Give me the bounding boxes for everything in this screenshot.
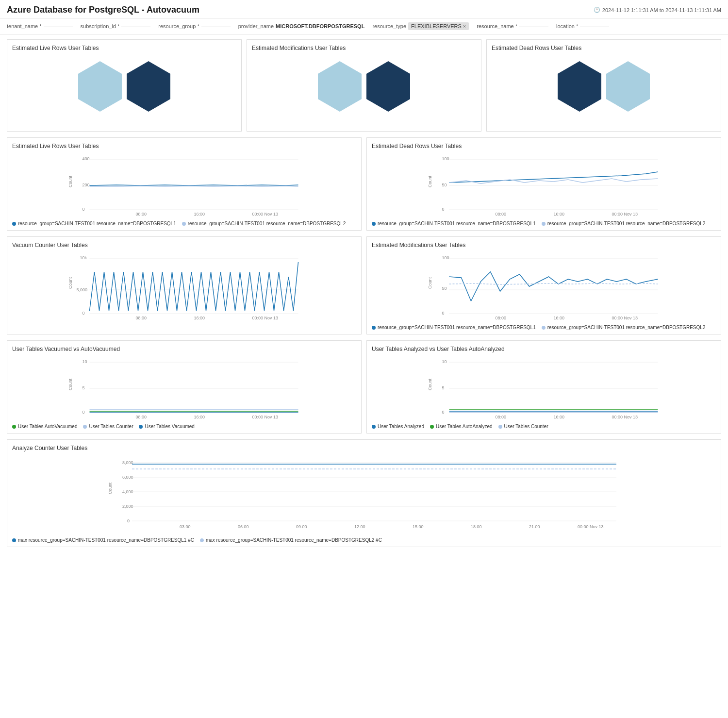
dead-rows-svg: 100 50 0 Count 08:00 16:00 00:00 Nov 13 <box>372 153 716 217</box>
analyze-counter-svg: 8,000 6,000 4,000 2,000 0 Count 03:00 06… <box>12 455 716 533</box>
svg-text:16:00: 16:00 <box>554 415 565 419</box>
chart-row-4: User Tables Vacuumed vs AutoVacuumed 10 … <box>7 340 721 434</box>
svg-text:0: 0 <box>127 518 130 523</box>
legend-dot <box>182 222 186 226</box>
analyzed-svg: 10 5 0 Count 08:00 16:00 00:00 Nov 13 <box>372 356 716 419</box>
dead-rows-legend: resource_group=SACHIN-TEST001 resource_n… <box>372 221 716 226</box>
close-icon[interactable]: × <box>463 23 466 29</box>
legend-dot <box>12 538 16 542</box>
svg-text:0: 0 <box>442 207 445 212</box>
svg-text:00:00 Nov 13: 00:00 Nov 13 <box>612 212 638 217</box>
legend-dot <box>372 425 376 429</box>
svg-text:0: 0 <box>442 311 445 316</box>
hex-shape-3a <box>558 61 601 112</box>
chart-live-rows: Estimated Live Rows User Tables 400 200 … <box>7 137 362 231</box>
svg-text:16:00: 16:00 <box>554 316 565 320</box>
svg-text:50: 50 <box>442 286 447 291</box>
svg-text:400: 400 <box>83 156 90 161</box>
chart-analyzed-vs-autoanalyzed: User Tables Analyzed vs User Tables Auto… <box>366 340 721 434</box>
svg-text:16:00: 16:00 <box>554 212 565 217</box>
legend-dot <box>372 326 376 330</box>
hex-shape-1a <box>78 61 122 112</box>
chart-vacuum-counter: Vacuum Counter User Tables 10k 5,000 0 C… <box>7 236 362 334</box>
svg-text:00:00 Nov 13: 00:00 Nov 13 <box>252 316 279 320</box>
chart-row-2: Estimated Live Rows User Tables 400 200 … <box>7 137 721 231</box>
svg-text:00:00 Nov 13: 00:00 Nov 13 <box>252 212 279 217</box>
svg-text:08:00: 08:00 <box>496 316 507 320</box>
svg-text:200: 200 <box>83 183 90 187</box>
svg-text:18:00: 18:00 <box>471 524 482 529</box>
svg-text:08:00: 08:00 <box>496 212 507 217</box>
analyze-counter-legend: max resource_group=SACHIN-TEST001 resour… <box>12 537 716 543</box>
summary-dead-rows: Estimated Dead Rows User Tables <box>486 39 721 132</box>
svg-text:5,000: 5,000 <box>77 287 88 292</box>
legend-dot <box>200 538 204 542</box>
svg-text:00:00 Nov 13: 00:00 Nov 13 <box>612 415 638 419</box>
modifications-legend: resource_group=SACHIN-TEST001 resource_n… <box>372 325 716 330</box>
filter-tenant[interactable]: tenant_name * <box>7 22 73 30</box>
svg-text:0: 0 <box>83 311 85 316</box>
summary-modifications: Estimated Modifications User Tables <box>247 39 481 132</box>
legend-dot <box>372 222 376 226</box>
svg-text:Count: Count <box>428 378 432 390</box>
page-title: Azure Database for PostgreSQL - Autovacu… <box>7 5 199 15</box>
svg-text:5: 5 <box>83 385 85 390</box>
filter-provider-name: provider_name MICROSOFT.DBFORPOSTGRESQL <box>238 22 365 30</box>
svg-text:Count: Count <box>68 277 73 289</box>
svg-text:09:00: 09:00 <box>296 524 307 529</box>
svg-text:6,000: 6,000 <box>122 475 133 480</box>
svg-text:15:00: 15:00 <box>413 524 424 529</box>
vacuum-counter-svg: 10k 5,000 0 Count 08:00 16:00 00:00 Nov … <box>12 252 356 320</box>
live-rows-legend: resource_group=SACHIN-TEST001 resource_n… <box>12 221 356 226</box>
analyzed-legend: User Tables Analyzed User Tables AutoAna… <box>372 424 716 429</box>
svg-text:16:00: 16:00 <box>194 415 205 419</box>
vacuumed-legend: User Tables AutoVacuumed User Tables Cou… <box>12 424 356 429</box>
svg-text:12:00: 12:00 <box>354 524 365 529</box>
svg-text:Count: Count <box>428 277 432 289</box>
legend-dot <box>498 425 502 429</box>
svg-text:03:00: 03:00 <box>180 524 191 529</box>
svg-text:08:00: 08:00 <box>136 316 147 320</box>
filter-resource-group[interactable]: resource_group * <box>158 22 230 30</box>
filter-location[interactable]: location * <box>556 22 609 30</box>
svg-text:08:00: 08:00 <box>496 415 507 419</box>
legend-dot <box>12 222 16 226</box>
svg-text:50: 50 <box>442 183 447 187</box>
svg-text:21:00: 21:00 <box>529 524 540 529</box>
time-range: 🕐 2024-11-12 1:11:31 AM to 2024-11-13 1:… <box>594 7 721 13</box>
filter-subscription[interactable]: subscription_id * <box>81 22 151 30</box>
svg-text:5: 5 <box>442 385 445 390</box>
summary-live-rows: Estimated Live Rows User Tables <box>7 39 242 132</box>
legend-dot <box>542 222 546 226</box>
svg-text:100: 100 <box>442 255 449 260</box>
legend-dot <box>542 326 546 330</box>
svg-text:Count: Count <box>108 482 113 494</box>
svg-text:00:00 Nov 13: 00:00 Nov 13 <box>578 524 604 529</box>
chart-vacuumed-vs-autovacuumed: User Tables Vacuumed vs AutoVacuumed 10 … <box>7 340 362 434</box>
svg-text:0: 0 <box>83 410 85 415</box>
main-content: Estimated Live Rows User Tables Estimate… <box>0 34 728 558</box>
svg-text:100: 100 <box>442 156 449 161</box>
chart-estimated-modifications: Estimated Modifications User Tables 100 … <box>366 236 721 334</box>
svg-text:06:00: 06:00 <box>238 524 249 529</box>
legend-dot <box>430 425 434 429</box>
svg-text:08:00: 08:00 <box>136 212 147 217</box>
chart-dead-rows: Estimated Dead Rows User Tables 100 50 0… <box>366 137 721 231</box>
filter-resource-type: resource_type FLEXIBLESERVERS × <box>372 22 469 30</box>
summary-row: Estimated Live Rows User Tables Estimate… <box>7 39 721 132</box>
svg-text:0: 0 <box>442 410 445 415</box>
filter-resource-name[interactable]: resource_name * <box>477 22 548 30</box>
legend-dot <box>139 425 143 429</box>
live-rows-svg: 400 200 0 Count 08:00 16:00 00:00 Nov 13 <box>12 153 356 217</box>
filter-bar: tenant_name * subscription_id * resource… <box>0 18 728 34</box>
hex-chart-3 <box>492 61 716 112</box>
svg-text:2,000: 2,000 <box>122 504 133 509</box>
svg-text:Count: Count <box>68 378 73 390</box>
legend-dot <box>12 425 16 429</box>
svg-text:10k: 10k <box>80 255 87 260</box>
clock-icon: 🕐 <box>594 7 600 13</box>
hex-shape-2a <box>318 61 362 112</box>
hex-shape-3b <box>606 61 650 112</box>
chart-analyze-counter: Analyze Counter User Tables 8,000 6,000 … <box>7 439 721 547</box>
hex-chart-2 <box>252 61 476 112</box>
